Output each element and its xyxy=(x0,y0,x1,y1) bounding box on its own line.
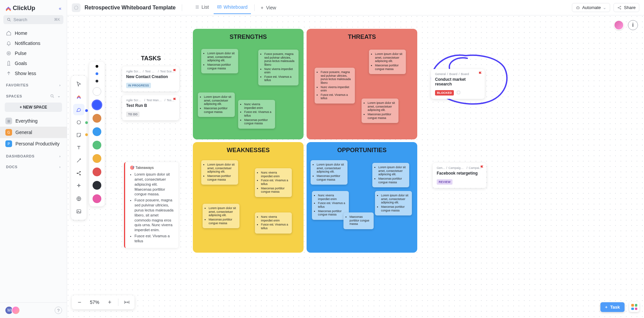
status-blocked: BLOCKED xyxy=(435,90,454,96)
takeaways-card[interactable]: 🎯 Takeaways Lorem ipsum dolor sit amet, … xyxy=(124,162,178,248)
board-title[interactable]: Retrospective Whiteboard Template xyxy=(85,5,176,11)
svg-point-14 xyxy=(620,8,621,9)
user-avatars[interactable]: M xyxy=(5,306,20,315)
zoom-out-button[interactable]: − xyxy=(74,297,85,307)
nav-goals[interactable]: Goals xyxy=(0,58,67,68)
nav-notifications[interactable]: Notifications xyxy=(0,38,67,48)
chevron-down-icon[interactable]: ⌄ xyxy=(57,94,61,99)
board-icon[interactable] xyxy=(72,3,80,12)
svg-point-10 xyxy=(578,7,579,8)
zoom-in-button[interactable]: + xyxy=(105,297,115,307)
add-view-button[interactable]: +View xyxy=(258,5,279,10)
nav-home[interactable]: Home xyxy=(0,28,67,38)
sidebar: ClickUp « Search ⌘K Home Notifications P… xyxy=(0,0,67,318)
search-icon xyxy=(7,17,11,22)
task-card-retargeting[interactable]: Gen.../ Campaign Tracking & A.../ Campai… xyxy=(433,163,486,188)
svg-point-9 xyxy=(577,7,577,8)
chevron-down-icon: ⌄ xyxy=(603,5,606,10)
share-icon xyxy=(617,5,622,10)
space-personal[interactable]: PPersonal Productivity xyxy=(0,138,67,149)
sticky-note[interactable]: Lorem ipsum dolor sit amet, consectetuer… xyxy=(375,191,412,215)
sticky-note[interactable]: Fusce posuere, magna sed pulvinar ultric… xyxy=(315,68,355,104)
automate-button[interactable]: Automate ⌄ xyxy=(572,3,610,12)
sticky-note[interactable]: Nunc viverra imperdiet enimFusce est. Vi… xyxy=(255,212,292,234)
sticky-note[interactable]: Fusce posuere, magna sed pulvinar ultric… xyxy=(258,50,299,85)
new-space-button[interactable]: + NEW SPACE xyxy=(5,103,62,112)
chevron-right-icon: › xyxy=(59,83,61,87)
sticky-note[interactable]: Lorem ipsum dolor sit amet, consectetuer… xyxy=(201,49,238,73)
sticky-note[interactable]: Lorem ipsum dolor sit amet, consectetuer… xyxy=(369,50,406,74)
sticky-note[interactable]: Lorem ipsum dolor sit amet, consectetuer… xyxy=(372,163,409,187)
topbar: Retrospective Whiteboard Template List W… xyxy=(67,0,644,15)
status-todo: TO DO xyxy=(126,112,140,117)
section-docs[interactable]: DOCS› xyxy=(0,160,67,171)
space-everything[interactable]: ⊞Everything xyxy=(0,115,67,127)
brand-logo[interactable]: ClickUp xyxy=(5,5,35,12)
svg-point-4 xyxy=(51,94,53,97)
space-general[interactable]: GGeneral xyxy=(0,127,67,138)
search-input[interactable]: Search ⌘K xyxy=(3,15,63,24)
section-favorites[interactable]: FAVORITES› xyxy=(0,78,67,89)
svg-line-5 xyxy=(53,97,54,98)
robot-icon xyxy=(576,5,580,10)
tasks-heading: TASKS xyxy=(124,55,178,62)
svg-point-6 xyxy=(74,6,78,9)
sticky-note[interactable]: Lorem ipsum dolor sit amet, consectetuer… xyxy=(203,204,239,228)
share-button[interactable]: Share xyxy=(613,3,639,12)
svg-point-0 xyxy=(7,18,10,20)
svg-line-1 xyxy=(10,20,11,21)
zoom-value: 57% xyxy=(88,300,101,305)
nav-show-less[interactable]: Show less xyxy=(0,68,67,78)
sticky-note[interactable]: Lorem ipsum dolor sit amet, consectetuer… xyxy=(201,160,238,185)
view-tab-list[interactable]: List xyxy=(192,1,212,14)
sticky-note[interactable]: Lorem ipsum dolor sit amet, consectetuer… xyxy=(198,92,235,117)
svg-point-2 xyxy=(8,53,9,54)
task-card-2[interactable]: Agile Scrum Mana.../ Test Manag.../ Test… xyxy=(122,95,179,120)
collapse-sidebar-icon[interactable]: « xyxy=(59,6,61,11)
status-in-progress: IN PROGRESS xyxy=(126,83,151,88)
search-spaces-icon[interactable] xyxy=(50,94,55,99)
zoom-controls: − 57% + xyxy=(72,295,135,309)
help-button[interactable]: ? xyxy=(55,307,62,314)
task-card-1[interactable]: Agile Scrum .../ Test Man.../ Test Scena… xyxy=(122,66,179,91)
sticky-note[interactable]: Maecenas porttitor congue massa xyxy=(343,212,374,229)
status-review: REVIEW xyxy=(437,179,452,185)
nav-pulse[interactable]: Pulse xyxy=(0,48,67,58)
search-shortcut: ⌘K xyxy=(54,17,60,22)
sticky-note[interactable]: Lorem ipsum dolor sit amet, consectetuer… xyxy=(311,160,347,185)
svg-rect-8 xyxy=(577,7,579,9)
sticky-note[interactable]: Nunc viverra imperdiet enimFusce est. Vi… xyxy=(255,168,292,197)
svg-point-12 xyxy=(618,7,619,8)
svg-point-3 xyxy=(7,52,11,55)
chevron-right-icon: › xyxy=(59,154,61,158)
apps-fab[interactable] xyxy=(629,302,639,312)
search-placeholder: Search xyxy=(13,17,27,22)
new-task-fab[interactable]: +Task xyxy=(600,302,625,312)
view-tab-whiteboard[interactable]: Whiteboard xyxy=(214,1,251,14)
quad-weaknesses[interactable]: WEAKNESSES xyxy=(193,142,304,253)
task-card-research[interactable]: General/ Board/ Board Conduct market res… xyxy=(431,69,485,99)
sticky-note[interactable]: Lorem ipsum dolor sit amet, consectetuer… xyxy=(362,99,398,123)
section-spaces[interactable]: SPACES ⌄ xyxy=(0,89,67,101)
section-dashboards[interactable]: DASHBOARDS› xyxy=(0,149,67,160)
sticky-note[interactable]: Nunc viverra imperdiet enimFusce est. Vi… xyxy=(238,100,275,129)
svg-point-13 xyxy=(620,6,621,7)
chevron-right-icon: › xyxy=(59,165,61,169)
zoom-fit-button[interactable] xyxy=(122,297,132,307)
checkbox-icon[interactable] xyxy=(457,91,460,94)
